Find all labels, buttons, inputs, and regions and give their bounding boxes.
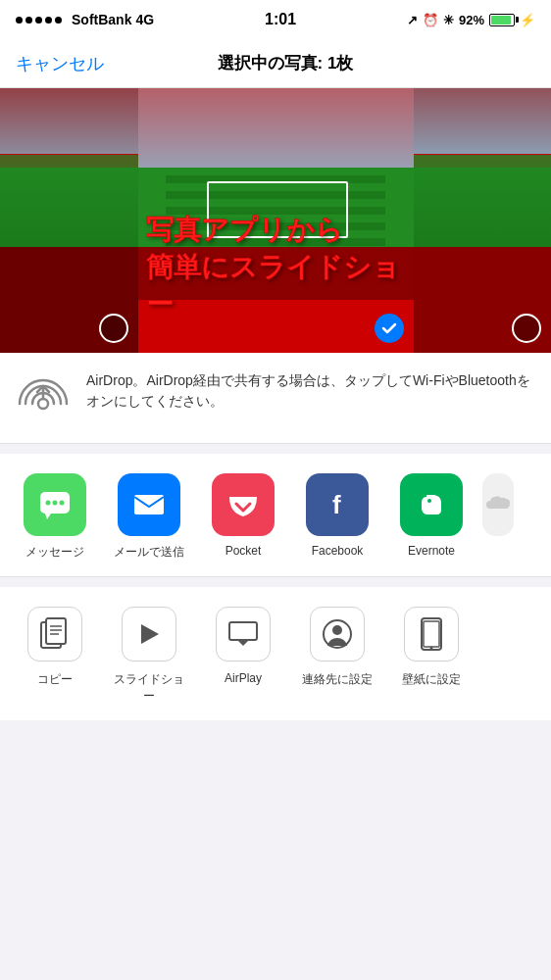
share-app-facebook[interactable]: f Facebook [290,473,384,561]
svg-rect-16 [229,622,257,640]
share-app-evernote[interactable]: Evernote [384,473,478,561]
evernote-icon [400,473,463,536]
svg-point-22 [430,647,433,650]
apps-scroll: メッセージ メールで送信 Pocket [0,473,551,561]
photo-overlay-text: 写真アプリから 簡単にスライドショー [146,212,414,323]
spacer-2 [0,577,551,587]
actions-scroll: コピー スライドショー AirPlay [0,607,551,705]
wallpaper-icon [404,607,459,662]
svg-rect-20 [422,618,441,650]
network-type: 4G [135,12,154,27]
photo-select-right[interactable] [512,314,541,343]
photo-strip: 写真アプリから 簡単にスライドショー [0,88,551,353]
signal-dot-4 [45,17,52,24]
battery-indicator [489,14,515,26]
svg-point-9 [427,499,431,503]
svg-rect-7 [134,495,164,514]
airdrop-section[interactable]: AirDrop。AirDrop経由で共有する場合は、タップしてWi-FiやBlu… [0,353,551,444]
slideshow-label: スライドショー [110,671,188,705]
contact-label: 連絡先に設定 [298,671,376,688]
facebook-label: Facebook [312,544,364,558]
share-apps-row: メッセージ メールで送信 Pocket [0,454,551,577]
location-icon: ↗ [407,13,418,27]
airplay-icon [216,607,271,662]
charging-icon: ⚡ [520,13,535,27]
svg-point-5 [60,501,65,506]
cancel-button[interactable]: キャンセル [16,52,104,75]
pocket-label: Pocket [225,544,262,558]
share-app-mail[interactable]: メールで送信 [102,473,196,561]
svg-point-4 [53,501,58,506]
signal-dot-5 [55,17,62,24]
photo-left[interactable] [0,88,138,353]
share-app-icloud[interactable] [478,473,518,561]
slideshow-icon [122,607,176,662]
copy-icon [27,607,82,662]
svg-marker-15 [141,624,159,644]
svg-text:f: f [332,490,341,519]
mail-icon [118,473,180,536]
copy-label: コピー [16,671,94,688]
photo-main[interactable]: 写真アプリから 簡単にスライドショー [138,88,414,353]
bluetooth-icon: ✳ [443,13,454,27]
alarm-icon: ⏰ [423,13,438,27]
battery-fill [491,16,511,24]
pocket-icon [212,473,275,536]
photo-select-left[interactable] [99,314,128,343]
overlay-line1: 写真アプリから [146,212,414,249]
svg-point-0 [38,399,48,409]
battery-box [489,14,515,26]
overlay-line2: 簡単にスライドショー [146,249,414,323]
share-app-pocket[interactable]: Pocket [196,473,290,561]
action-wallpaper[interactable]: 壁紙に設定 [384,607,478,705]
facebook-icon: f [306,473,369,536]
photo-right[interactable] [414,88,552,353]
signal-dot-1 [16,17,23,24]
signal-dot-2 [25,17,32,24]
navigation-bar: キャンセル 選択中の写真: 1枚 [0,39,551,88]
action-slideshow[interactable]: スライドショー [102,607,196,705]
airdrop-description: AirDrop。AirDrop経由で共有する場合は、タップしてWi-FiやBlu… [86,370,535,412]
share-app-messages[interactable]: メッセージ [8,473,102,561]
airdrop-icon [16,370,71,425]
status-bar: SoftBank 4G 1:01 ↗ ⏰ ✳ 92% ⚡ [0,0,551,39]
svg-rect-11 [46,618,66,644]
messages-label: メッセージ [25,544,84,561]
icloud-icon [482,473,514,536]
status-left: SoftBank 4G [16,12,154,27]
mail-label: メールで送信 [114,544,184,561]
nav-title: 選択中の写真: 1枚 [218,52,354,74]
action-airplay[interactable]: AirPlay [196,607,290,705]
spacer-1 [0,444,551,454]
status-right: ↗ ⏰ ✳ 92% ⚡ [407,13,535,27]
signal-dot-3 [35,17,42,24]
action-row: コピー スライドショー AirPlay [0,587,551,720]
svg-marker-6 [45,514,51,519]
action-copy[interactable]: コピー [8,607,102,705]
evernote-label: Evernote [408,544,455,558]
time-display: 1:01 [265,11,296,28]
wallpaper-label: 壁紙に設定 [392,671,471,688]
battery-percentage: 92% [459,13,484,27]
svg-point-19 [332,625,342,635]
action-contact[interactable]: 連絡先に設定 [290,607,384,705]
svg-rect-21 [424,621,439,647]
signal-strength [16,17,62,24]
svg-marker-17 [237,640,249,646]
contact-icon [310,607,365,662]
messages-icon [24,473,86,536]
airplay-label: AirPlay [204,671,282,685]
svg-point-3 [46,501,51,506]
carrier-label: SoftBank [72,12,131,27]
